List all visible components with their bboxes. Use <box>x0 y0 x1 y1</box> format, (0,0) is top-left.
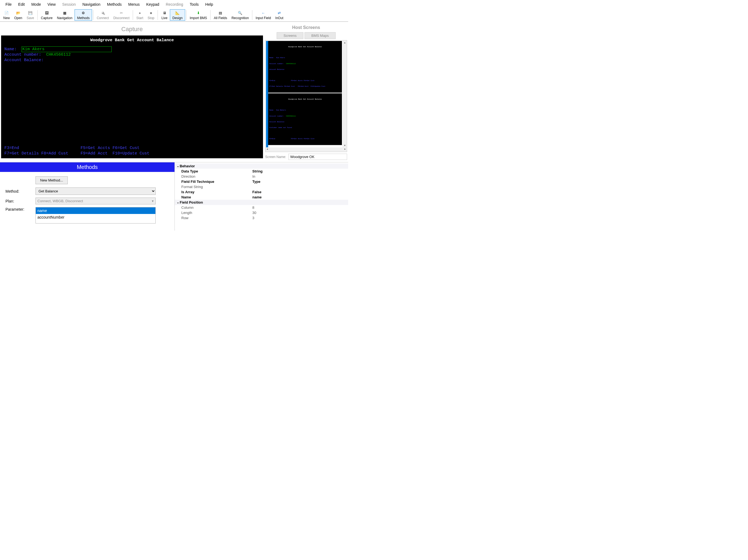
open-icon: 📂 <box>16 10 21 16</box>
prop-format-string[interactable]: Format String <box>175 184 348 189</box>
recognition-button[interactable]: 🔍Recognition <box>229 9 251 21</box>
fields-icon: ▤ <box>218 10 223 16</box>
menu-bar: File Edit Mode View Session Navigation M… <box>0 0 348 9</box>
chevron-down-icon: ⌄ <box>176 201 180 204</box>
terminal-footer: F3=End F5=Get Accts F6=Get Cust F7=Get D… <box>4 145 260 156</box>
open-button[interactable]: 📂Open <box>12 9 24 21</box>
new-method-button[interactable]: New Method... <box>36 176 68 184</box>
host-screens-title: Host Screens <box>265 23 347 32</box>
prop-is-array[interactable]: Is ArrayFalse <box>175 189 348 195</box>
terminal-screen[interactable]: Woodgrove Bank Get Account Balance Name:… <box>1 35 263 158</box>
thumbnail-scrollbar-horizontal[interactable]: ◂ ▸ <box>265 147 347 152</box>
plan-select: Connect, WBGB, Disconnect▾ <box>36 198 156 204</box>
capture-icon: 🖼 <box>44 10 49 16</box>
parameter-list[interactable]: name accountNumber <box>36 207 156 223</box>
screen-name-input[interactable] <box>288 154 347 160</box>
save-icon: 💾 <box>28 10 33 16</box>
input-field-icon: ← <box>260 10 266 16</box>
menu-tools[interactable]: Tools <box>187 1 202 8</box>
parameter-item-name[interactable]: name <box>36 208 156 214</box>
thumbnail-list[interactable]: Woodgrove Bank Get Account Balance Name:… <box>265 40 347 152</box>
methods-icon: ⚙ <box>80 10 86 16</box>
screen-name-label: Screen Name: <box>265 155 286 159</box>
terminal-title: Woodgrove Bank Get Account Balance <box>4 38 260 43</box>
toolbar-separator <box>210 10 211 20</box>
design-icon: 📐 <box>175 10 180 16</box>
chevron-down-icon: ⌄ <box>176 164 180 168</box>
navigation-button[interactable]: ▦Navigation <box>55 9 74 21</box>
design-button[interactable]: 📐Design <box>170 9 185 21</box>
host-screens-panel: Host Screens Screens BMS Maps Woodgrove … <box>265 23 347 160</box>
section-field-position[interactable]: ⌄Field Position <box>175 200 348 205</box>
stop-button: ■Stop <box>145 9 157 21</box>
menu-mode[interactable]: Mode <box>28 1 44 8</box>
parameter-item-accountnumber[interactable]: accountNumber <box>36 214 156 220</box>
tab-screens[interactable]: Screens <box>277 32 303 39</box>
new-button[interactable]: 📄New <box>1 9 12 21</box>
capture-button[interactable]: 🖼Capture <box>39 9 55 21</box>
prop-column[interactable]: Column8 <box>175 205 348 210</box>
prop-data-type[interactable]: Data TypeString <box>175 169 348 174</box>
menu-recording: Recording <box>163 1 187 8</box>
menu-session: Session <box>59 1 79 8</box>
disconnect-icon: ✂ <box>119 10 124 16</box>
menu-help[interactable]: Help <box>202 1 216 8</box>
navigation-icon: ▦ <box>62 10 67 16</box>
connect-icon: 🔌 <box>100 10 106 16</box>
account-number-label: Account number: <box>4 52 41 57</box>
live-button[interactable]: 🖥Live <box>159 9 170 21</box>
thumbnail-screen-1[interactable]: Woodgrove Bank Get Account Balance Name:… <box>268 41 342 93</box>
plan-label: Plan: <box>5 199 36 203</box>
prop-row[interactable]: Row3 <box>175 215 348 220</box>
menu-menus[interactable]: Menus <box>125 1 143 8</box>
inout-button[interactable]: ⇄InOut <box>273 9 285 21</box>
thumbnail-selection-indicator <box>266 41 268 151</box>
toolbar-separator <box>252 10 252 20</box>
methods-panel: Methods New Method... Method: Get Balanc… <box>0 162 175 230</box>
record-icon: ● <box>137 10 143 16</box>
name-input-field[interactable]: Kim Akers <box>22 46 112 52</box>
prop-field-fill-technique[interactable]: Field Fill TechniqueType <box>175 179 348 184</box>
menu-file[interactable]: File <box>2 1 15 8</box>
thumbnail-scrollbar-vertical[interactable]: ▴ ▾ <box>343 41 347 147</box>
name-label: Name: <box>4 47 17 52</box>
toolbar-separator <box>133 10 133 20</box>
thumbnail-screen-2[interactable]: Woodgrove Bank Get Account Balance Name:… <box>268 93 342 145</box>
tab-bms-maps[interactable]: BMS Maps <box>304 32 336 39</box>
chevron-down-icon: ▾ <box>152 199 154 203</box>
toolbar: 📄New 📂Open 💾Save 🖼Capture ▦Navigation ⚙M… <box>0 9 348 22</box>
stop-icon: ■ <box>148 10 154 16</box>
menu-navigation[interactable]: Navigation <box>79 1 104 8</box>
menu-methods[interactable]: Methods <box>104 1 125 8</box>
input-field-button[interactable]: ←Input Field <box>253 9 273 21</box>
prop-direction[interactable]: DirectionIn <box>175 174 348 179</box>
recognition-icon: 🔍 <box>237 10 243 16</box>
capture-panel-title: Capture <box>1 23 263 35</box>
scroll-down-icon[interactable]: ▾ <box>343 143 347 147</box>
toolbar-separator <box>186 10 187 20</box>
capture-panel: Capture Woodgrove Bank Get Account Balan… <box>1 23 263 160</box>
section-behavior[interactable]: ⌄Behavior <box>175 164 348 169</box>
scroll-up-icon[interactable]: ▴ <box>343 41 347 45</box>
save-button: 💾Save <box>24 9 36 21</box>
import-bms-button[interactable]: ⬇Import BMS <box>188 9 209 21</box>
methods-panel-title: Methods <box>0 162 174 172</box>
disconnect-button: ✂Disconnect <box>111 9 132 21</box>
inout-icon: ⇄ <box>277 10 282 16</box>
start-button: ●Start <box>134 9 145 21</box>
menu-edit[interactable]: Edit <box>15 1 28 8</box>
account-balance-label: Account Balance: <box>4 58 44 63</box>
prop-name[interactable]: Namename <box>175 195 348 200</box>
menu-view[interactable]: View <box>44 1 59 8</box>
toolbar-separator <box>93 10 93 20</box>
methods-button[interactable]: ⚙Methods <box>74 9 92 21</box>
prop-length[interactable]: Length30 <box>175 210 348 215</box>
scroll-right-icon[interactable]: ▸ <box>343 147 347 152</box>
all-fields-button[interactable]: ▤All Fields <box>212 9 229 21</box>
account-number-value: CHK4566112 <box>46 52 71 57</box>
method-select[interactable]: Get Balance <box>36 188 156 195</box>
method-label: Method: <box>5 189 36 194</box>
connect-button: 🔌Connect <box>94 9 111 21</box>
scroll-left-icon[interactable]: ◂ <box>265 147 269 152</box>
menu-keypad[interactable]: Keypad <box>143 1 163 8</box>
